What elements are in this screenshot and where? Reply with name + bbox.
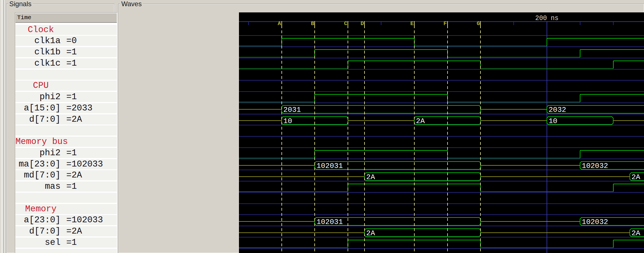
waveform-svg[interactable]: 200 ns20312032102A102A1020311020322A2A10…: [239, 12, 644, 253]
signal-value: =2033: [61, 103, 93, 113]
blank-row: [15, 70, 117, 80]
signal-name: clk1a: [17, 36, 61, 46]
signal-value: =1: [61, 58, 77, 68]
signal-name: clk1c: [17, 58, 61, 68]
signal-value: =102033: [61, 159, 103, 169]
signal-row[interactable]: d[7:0] =2A: [15, 226, 117, 236]
blank-row: [15, 125, 117, 136]
signal-value: =1: [61, 181, 77, 192]
bus-value-label: 10: [283, 117, 292, 125]
marker-letter: D: [361, 20, 364, 27]
marker-letter: E: [410, 20, 414, 27]
signal-row[interactable]: a[23:0] =102033: [15, 215, 117, 225]
marker-letter: G: [477, 20, 480, 27]
signals-panel: Signals Time Clockclk1a =0clk1b =1clk1c …: [6, 4, 114, 253]
signal-name: clk1b: [17, 47, 61, 57]
timeline-label: 200 ns: [535, 15, 559, 22]
bus-value-box: [365, 229, 480, 237]
bus-value-label: 102031: [316, 162, 343, 170]
wave-canvas[interactable]: 200 ns20312032102A102A1020311020322A2A10…: [239, 12, 644, 253]
signal-name: a[15:0]: [17, 103, 61, 113]
signal-row[interactable]: clk1b =1: [15, 47, 117, 57]
signal-row[interactable]: clk1c =1: [15, 58, 117, 68]
signal-value: =1: [61, 92, 77, 102]
signal-group-heading[interactable]: Memory bus: [15, 137, 117, 147]
signal-group-heading[interactable]: Clock: [15, 25, 117, 35]
marker-letter: C: [344, 20, 347, 27]
signal-row[interactable]: sel =1: [15, 238, 117, 248]
signal-name: md[7:0]: [17, 170, 61, 180]
signal-value: =2A: [61, 226, 82, 236]
bus-value-label: 2032: [549, 106, 566, 114]
signal-row[interactable]: phi2 =1: [15, 92, 117, 102]
signal-group-heading[interactable]: CPU: [15, 81, 117, 91]
signal-name: phi2: [17, 148, 61, 158]
signal-name: mas: [17, 181, 61, 192]
signal-value: =1: [61, 148, 77, 158]
signal-name: d[7:0]: [17, 114, 61, 125]
waves-panel: Waves 200 ns20312032102A102A102031102032…: [118, 4, 644, 253]
bus-value-label: 10: [549, 117, 557, 125]
bus-value-label: 102032: [582, 162, 608, 170]
signal-row[interactable]: phi2 =1: [15, 148, 117, 158]
signal-value: =1: [61, 238, 77, 248]
bus-value-label: 2A: [416, 117, 425, 125]
signal-value: =2A: [61, 114, 82, 125]
signal-row[interactable]: mas =1: [15, 181, 117, 192]
blank-row: [15, 249, 117, 253]
waves-panel-title: Waves: [120, 0, 143, 8]
bus-value-label: 102032: [582, 218, 608, 226]
signal-row[interactable]: md[7:0] =2A: [15, 170, 117, 180]
signal-group-heading[interactable]: Memory: [15, 204, 117, 214]
group-heading-label: Memory: [15, 204, 66, 214]
signal-value: =0: [61, 36, 77, 46]
waveform-viewer-window: Signals Time Clockclk1a =0clk1b =1clk1c …: [0, 0, 644, 253]
signal-value: =2A: [61, 170, 82, 180]
marker-letter: A: [278, 20, 281, 27]
signal-row[interactable]: clk1a =0: [15, 36, 117, 46]
time-column-header[interactable]: Time: [15, 13, 117, 23]
marker-letter: B: [311, 20, 314, 27]
bus-value-label: 2A: [632, 173, 641, 181]
signal-value: =102033: [61, 215, 103, 225]
bus-value-box: [282, 105, 481, 113]
group-heading-label: Memory bus: [15, 137, 66, 147]
bus-value-label: 2031: [283, 106, 301, 114]
signal-name: a[23:0]: [17, 215, 61, 225]
signal-value: =1: [61, 47, 77, 57]
signal-name: phi2: [17, 92, 61, 102]
group-heading-label: CPU: [15, 81, 66, 91]
bus-value-label: 2A: [632, 229, 641, 238]
bus-value-label: 2A: [366, 173, 375, 181]
bus-value-box: [365, 173, 480, 181]
signal-name: sel: [17, 238, 61, 248]
signals-panel-title: Signals: [8, 0, 33, 8]
left-splitter-strip[interactable]: [0, 0, 5, 253]
signal-row[interactable]: a[15:0] =2033: [15, 103, 117, 113]
blank-row: [15, 193, 117, 203]
signal-row[interactable]: d[7:0] =2A: [15, 114, 117, 125]
group-heading-label: Clock: [15, 25, 66, 35]
signal-row[interactable]: ma[23:0] =102033: [15, 159, 117, 169]
marker-letter: F: [444, 20, 447, 27]
bus-value-label: 102031: [316, 218, 343, 226]
signal-name: d[7:0]: [17, 226, 61, 236]
bus-value-label: 2A: [366, 229, 375, 238]
signals-list: Time Clockclk1a =0clk1b =1clk1c =1CPUphi…: [15, 12, 117, 253]
signal-name: ma[23:0]: [17, 159, 61, 169]
